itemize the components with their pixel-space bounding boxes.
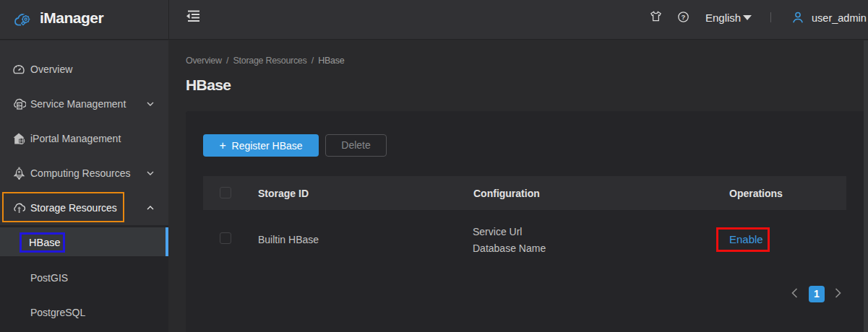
svg-text:?: ?	[682, 13, 686, 21]
